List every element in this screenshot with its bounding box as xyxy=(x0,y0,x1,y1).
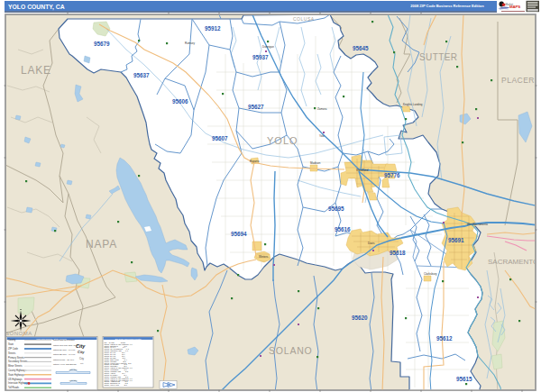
svg-text:LAKE: LAKE xyxy=(21,64,51,77)
svg-text:95612: 95612 xyxy=(436,335,453,342)
svg-text:Toll Roads: Toll Roads xyxy=(8,386,20,389)
svg-text:2008 ZIP Code Business Referen: 2008 ZIP Code Business Reference Edition xyxy=(410,4,484,8)
svg-text:City: City xyxy=(76,343,86,349)
svg-text:95679: 95679 xyxy=(94,41,110,47)
svg-text:YOLO: YOLO xyxy=(267,135,298,146)
svg-text:95987 WILLIAMS B-1: 95987 WILLIAMS B-1 xyxy=(105,384,128,386)
svg-text:95691: 95691 xyxy=(448,237,464,243)
svg-text:Cities with Text Name: Cities with Text Name xyxy=(53,339,76,342)
svg-text:Davis: Davis xyxy=(368,242,375,245)
svg-text:95618: 95618 xyxy=(390,250,406,256)
svg-text:95616: 95616 xyxy=(335,226,351,232)
svg-text:95606: 95606 xyxy=(172,98,188,105)
svg-text:Primary Streets: Primary Streets xyxy=(8,356,25,360)
svg-text:Clarksburg: Clarksburg xyxy=(424,272,437,276)
svg-text:City: City xyxy=(79,357,84,360)
svg-text:NAPA: NAPA xyxy=(86,238,117,251)
svg-text:Madison: Madison xyxy=(310,161,321,165)
svg-text:County: County xyxy=(8,338,16,342)
svg-text:County Highways: County Highways xyxy=(8,369,27,372)
svg-text:SONOMA: SONOMA xyxy=(5,331,32,336)
svg-text:95645: 95645 xyxy=(353,45,369,51)
svg-text:95627: 95627 xyxy=(248,104,264,110)
svg-text:COLUSA: COLUSA xyxy=(293,16,315,22)
svg-text:Knights Landing: Knights Landing xyxy=(403,103,423,106)
svg-text:Woodland: Woodland xyxy=(356,169,369,172)
svg-text:MAPS: MAPS xyxy=(509,5,520,9)
svg-text:SOLANO: SOLANO xyxy=(269,345,313,356)
svg-text:YOLO COUNTY, CA: YOLO COUNTY, CA xyxy=(8,4,65,11)
svg-text:Cities 4,999 and Below: Cities 4,999 and Below xyxy=(53,363,77,366)
svg-text:95937: 95937 xyxy=(252,54,269,60)
svg-text:SUTTER: SUTTER xyxy=(419,52,457,62)
svg-text:Streets: Streets xyxy=(8,351,16,355)
svg-text:State: State xyxy=(8,342,14,346)
svg-text:Index Grid: Index Grid xyxy=(69,369,77,370)
svg-text:Zamora: Zamora xyxy=(317,107,327,111)
svg-text:95776: 95776 xyxy=(384,172,400,178)
svg-text:Rumsey: Rumsey xyxy=(185,41,196,45)
svg-text:ZIP Code Index/Grid Locator: ZIP Code Index/Grid Locator xyxy=(115,338,141,340)
svg-text:95637: 95637 xyxy=(133,72,150,78)
svg-text:PLACER: PLACER xyxy=(501,76,535,85)
svg-text:Dunnigan: Dunnigan xyxy=(262,45,274,49)
svg-text:95694: 95694 xyxy=(231,231,247,237)
svg-text:95912: 95912 xyxy=(205,25,221,32)
svg-text:State Highways: State Highways xyxy=(8,373,25,377)
svg-text:95620: 95620 xyxy=(352,315,368,321)
svg-text:Cities 25,000 - 49,999: Cities 25,000 - 49,999 xyxy=(53,353,76,356)
svg-text:City: City xyxy=(78,350,85,354)
svg-text:SACRAMENTO: SACRAMENTO xyxy=(488,258,538,266)
svg-text:Cities 50,000 - 99,999: Cities 50,000 - 99,999 xyxy=(53,349,76,351)
svg-text:95615: 95615 xyxy=(456,376,472,382)
svg-text:Cities 5,000 - 24,999: Cities 5,000 - 24,999 xyxy=(53,359,75,361)
svg-text:Esparto: Esparto xyxy=(250,160,260,163)
svg-text:ZIP Code: ZIP Code xyxy=(8,347,18,351)
svg-text:Yolo: Yolo xyxy=(319,134,325,138)
svg-text:95695: 95695 xyxy=(328,205,344,212)
svg-text:Minor Streets: Minor Streets xyxy=(8,364,23,368)
svg-text:WestSacramento: WestSacramento xyxy=(467,223,488,226)
svg-text:Index Grid: Index Grid xyxy=(69,379,77,381)
svg-text:Winters: Winters xyxy=(259,255,269,259)
svg-text:95607: 95607 xyxy=(212,135,228,141)
svg-text:US Highways: US Highways xyxy=(8,378,23,381)
